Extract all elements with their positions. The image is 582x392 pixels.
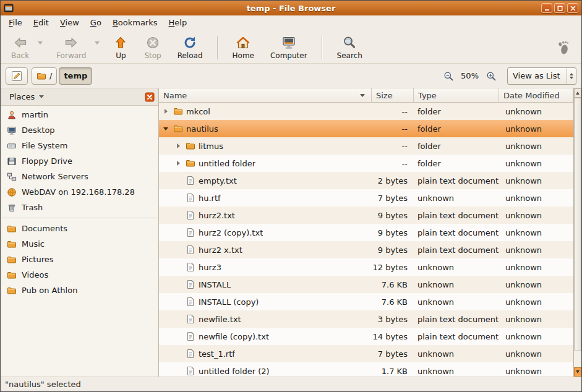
path-button-root[interactable]: / (32, 67, 57, 85)
file-date-modified: unknown (499, 189, 573, 207)
sidebar-item-pub-on-athlon[interactable]: Pub on Athlon (1, 283, 158, 298)
vertical-scrollbar[interactable] (573, 88, 581, 377)
sidebar-item-webdav-on-192-168-178-28[interactable]: WebDAV on 192.168.178.28 (1, 184, 158, 200)
menu-view[interactable]: View (54, 15, 85, 32)
file-name: litmus (199, 142, 223, 151)
sidebar-item-videos[interactable]: Videos (1, 267, 158, 283)
name-cell: hurz3 (159, 258, 372, 276)
toolbar-item-home: Home (227, 33, 260, 62)
sidebar-item-file-system[interactable]: File System (1, 138, 158, 153)
maximize-button[interactable] (554, 3, 565, 13)
file-type: unknown (414, 345, 499, 362)
file-date-modified: unknown (499, 293, 573, 310)
titlebar[interactable]: temp - File Browser (1, 1, 581, 15)
toggle-location-entry-button[interactable] (6, 67, 28, 85)
menu-help[interactable]: Help (163, 15, 193, 32)
file-row-empty-txt[interactable]: empty.txt2 bytesplain text documentunkno… (159, 172, 573, 189)
sidebar-item-floppy-drive[interactable]: Floppy Drive (1, 153, 158, 169)
close-icon[interactable] (145, 92, 155, 102)
webdav-icon (7, 187, 17, 197)
file-row-litmus[interactable]: litmus--folderunknown (159, 137, 573, 155)
menu-bookmarks[interactable]: Bookmarks (107, 15, 163, 32)
file-row-mkcol[interactable]: mkcol--folderunknown (159, 103, 573, 120)
sidebar-item-martin[interactable]: martin (1, 107, 158, 122)
computer-icon (281, 35, 296, 50)
file-type: plain text document (414, 241, 499, 258)
search-button[interactable]: Search (332, 33, 368, 62)
sidebar-header: Places (1, 88, 158, 106)
view-mode-selector[interactable]: View as List (507, 67, 576, 85)
column-header-name[interactable]: Name (159, 88, 372, 103)
expander-collapsed-icon[interactable] (161, 107, 170, 116)
home-button[interactable]: Home (227, 33, 260, 62)
zoom-in-button[interactable] (485, 70, 497, 82)
path-button-temp[interactable]: temp (59, 67, 92, 85)
scrollbar-thumb[interactable] (574, 98, 581, 351)
file-row-newfile-copy-txt[interactable]: newfile (copy).txt14 bytesplain text doc… (159, 328, 573, 345)
file-row-untitled-folder-2[interactable]: untitled folder (2)1.7 KBunknownunknown (159, 362, 573, 377)
file-type: plain text document (414, 172, 499, 189)
file-date-modified: unknown (499, 310, 573, 328)
sidebar-item-network-servers[interactable]: Network Servers (1, 169, 158, 184)
forward-dropdown-arrow-icon[interactable] (92, 36, 103, 51)
column-header-size[interactable]: Size (372, 88, 414, 103)
menu-edit[interactable]: Edit (28, 15, 54, 32)
folder-icon (7, 239, 17, 249)
file-row-install[interactable]: INSTALL7.6 KBunknownunknown (159, 276, 573, 293)
expander-expanded-icon[interactable] (161, 124, 170, 133)
file-row-install-copy[interactable]: INSTALL (copy)7.6 KBunknownunknown (159, 293, 573, 310)
file-row-hurz2-txt[interactable]: hurz2.txt9 bytesplain text documentunkno… (159, 207, 573, 224)
path-button-label: temp (64, 71, 87, 80)
file-type: unknown (414, 189, 499, 207)
sidebar-item-trash[interactable]: Trash (1, 200, 158, 215)
minimize-button[interactable] (541, 3, 552, 13)
file-size: 12 bytes (372, 258, 414, 276)
toolbar: BackForwardUpStopReloadHomeComputerSearc… (1, 32, 581, 64)
network-icon (7, 172, 17, 182)
column-header-type[interactable]: Type (414, 88, 499, 103)
scroll-up-button[interactable] (574, 88, 581, 98)
file-browser-icon (4, 3, 14, 13)
reload-button[interactable]: Reload (172, 33, 208, 62)
name-cell: newfile (copy).txt (159, 328, 372, 345)
places-selector[interactable]: Places (4, 91, 49, 103)
close-button[interactable] (567, 3, 578, 13)
file-row-nautilus[interactable]: nautilus--folderunknown (159, 120, 573, 137)
chevron-down-icon (39, 95, 44, 98)
column-header-date-modified[interactable]: Date Modified (499, 88, 573, 103)
sidebar-item-label: Trash (22, 203, 43, 212)
file-row-hu-rtf[interactable]: hu.rtf7 bytesunknownunknown (159, 189, 573, 207)
expander-spacer (174, 315, 182, 323)
scroll-down-button[interactable] (574, 367, 581, 377)
file-row-hurz3[interactable]: hurz312 bytesunknownunknown (159, 258, 573, 276)
computer-button[interactable]: Computer (265, 33, 313, 62)
sidebar-item-desktop[interactable]: Desktop (1, 122, 158, 138)
up-button[interactable]: Up (108, 33, 134, 62)
file-type: plain text document (414, 207, 499, 224)
file-row-newfile-txt[interactable]: newfile.txt3 bytesplain text documentunk… (159, 310, 573, 328)
menu-go[interactable]: Go (85, 15, 107, 32)
menu-file[interactable]: File (3, 15, 28, 32)
folder-icon (186, 141, 195, 151)
scrollbar-track[interactable] (574, 98, 581, 367)
expander-collapsed-icon[interactable] (174, 159, 182, 168)
file-row-test-1-rtf[interactable]: test_1.rtf7 bytesunknownunknown (159, 345, 573, 362)
folder-icon (173, 106, 183, 116)
file-name: mkcol (186, 107, 210, 116)
sidebar-item-documents[interactable]: Documents (1, 221, 158, 236)
zoom-out-button[interactable] (442, 70, 455, 82)
stop-button: Stop (139, 33, 166, 62)
sidebar-item-label: Pub on Athlon (22, 286, 77, 295)
expander-collapsed-icon[interactable] (174, 142, 182, 150)
file-type: plain text document (414, 310, 499, 328)
back-dropdown-arrow-icon[interactable] (35, 36, 46, 51)
file-row-untitled-folder[interactable]: untitled folder--folderunknown (159, 155, 573, 172)
sidebar-item-label: Desktop (22, 126, 55, 135)
sidebar-item-pictures[interactable]: Pictures (1, 252, 158, 267)
file-row-hurz2-copy-txt[interactable]: hurz2 (copy).txt9 bytesplain text docume… (159, 224, 573, 241)
view-mode-label: View as List (508, 68, 567, 84)
file-row-hurz2-x-txt[interactable]: hurz2 x.txt9 bytesplain text documentunk… (159, 241, 573, 258)
file-name: hurz2.txt (199, 211, 235, 220)
statusbar: "nautilus" selected (1, 377, 581, 391)
sidebar-item-music[interactable]: Music (1, 236, 158, 252)
